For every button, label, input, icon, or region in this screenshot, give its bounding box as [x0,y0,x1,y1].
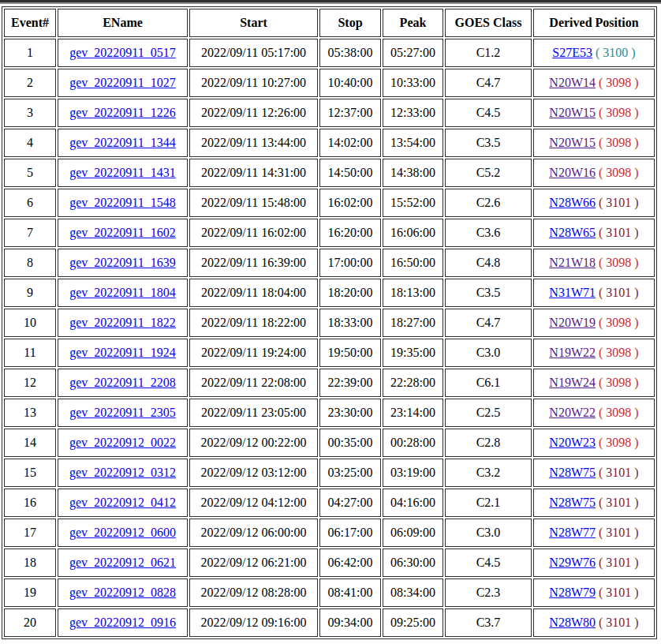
ename-link[interactable]: gev_20220911_1822 [69,316,176,329]
ename-link[interactable]: gev_20220911_2305 [69,406,176,419]
start-time-cell: 2022/09/11 18:22:00 [189,309,318,337]
ename-cell: gev_20220911_1602 [58,219,188,247]
ename-link[interactable]: gev_20220911_1027 [69,76,176,89]
start-time-cell: 2022/09/12 09:16:00 [189,608,318,637]
derived-position-link[interactable]: S27E53 [552,46,592,59]
derived-position-cell: N20W23 ( 3098 ) [533,429,655,457]
ename-link[interactable]: gev_20220911_1431 [69,166,176,179]
ename-link[interactable]: gev_20220911_1344 [69,136,176,149]
event-number-cell: 11 [4,339,56,367]
derived-position-link[interactable]: N20W23 [549,436,596,449]
ename-link[interactable]: gev_20220911_2208 [69,376,176,389]
peak-time-cell: 23:14:00 [383,399,443,427]
stop-time-cell: 10:40:00 [319,69,381,97]
ename-link[interactable]: gev_20220911_1602 [69,226,176,239]
ename-link[interactable]: gev_20220912_0412 [69,496,176,509]
derived-position-cell: N20W15 ( 3098 ) [533,99,655,127]
column-header-event-: Event# [4,9,56,37]
start-time-cell: 2022/09/12 08:28:00 [189,578,318,607]
derived-position-link[interactable]: N20W19 [549,316,596,329]
derived-position-cell: N28W80 ( 3101 ) [533,608,655,637]
ename-link[interactable]: gev_20220911_0517 [69,46,176,59]
derived-position-link[interactable]: N28W80 [549,616,596,629]
ename-cell: gev_20220911_1924 [58,339,188,367]
event-number-cell: 4 [4,129,56,157]
start-time-cell: 2022/09/12 06:00:00 [189,519,318,547]
ename-cell: gev_20220911_1431 [58,159,188,187]
stop-time-cell: 14:02:00 [319,129,381,157]
derived-position-link[interactable]: N29W76 [549,556,596,569]
derived-position-cell: N20W14 ( 3098 ) [533,69,655,97]
ename-cell: gev_20220911_1548 [58,189,188,217]
event-number-cell: 8 [4,249,56,277]
goes-class-cell: C3.5 [445,129,532,157]
derived-position-link[interactable]: N20W15 [549,106,596,119]
ename-link[interactable]: gev_20220912_0621 [69,556,176,569]
derived-position-link[interactable]: N20W15 [549,136,596,149]
event-number-cell: 16 [4,489,56,517]
stop-time-cell: 00:35:00 [319,429,381,457]
stop-time-cell: 16:20:00 [319,219,381,247]
ename-link[interactable]: gev_20220912_0022 [69,436,176,449]
start-time-cell: 2022/09/11 23:05:00 [189,399,318,427]
ename-link[interactable]: gev_20220911_1548 [69,196,176,209]
ename-cell: gev_20220912_0600 [58,519,188,547]
goes-class-cell: C2.3 [445,578,532,607]
ename-link[interactable]: gev_20220911_1226 [69,106,176,119]
table-row: 14gev_20220912_00222022/09/12 00:22:0000… [4,429,655,457]
active-region-number: ( 3098 ) [599,166,639,179]
ename-link[interactable]: gev_20220912_0600 [69,526,176,539]
derived-position-link[interactable]: N28W66 [549,196,596,209]
ename-link[interactable]: gev_20220912_0828 [69,586,176,599]
start-time-cell: 2022/09/11 14:31:00 [189,159,318,187]
ename-link[interactable]: gev_20220911_1924 [69,346,176,359]
event-number-cell: 15 [4,459,56,487]
column-header-derived-position: Derived Position [533,9,655,37]
goes-class-cell: C3.7 [445,608,532,637]
active-region-number: ( 3101 ) [599,526,639,539]
start-time-cell: 2022/09/11 15:48:00 [189,189,318,217]
ename-link[interactable]: gev_20220912_0312 [69,466,176,479]
active-region-number: ( 3101 ) [599,556,639,569]
top-divider-bar [0,0,661,4]
derived-position-link[interactable]: N28W75 [549,466,596,479]
stop-time-cell: 19:50:00 [319,339,381,367]
peak-time-cell: 04:16:00 [383,489,443,517]
derived-position-link[interactable]: N31W71 [549,286,596,299]
start-time-cell: 2022/09/11 22:08:00 [189,369,318,397]
derived-position-link[interactable]: N19W24 [549,376,596,389]
derived-position-cell: N20W19 ( 3098 ) [533,309,655,337]
peak-time-cell: 00:28:00 [383,429,443,457]
derived-position-link[interactable]: N28W79 [549,586,596,599]
ename-cell: gev_20220911_2208 [58,369,188,397]
derived-position-link[interactable]: N28W77 [549,526,596,539]
derived-position-link[interactable]: N20W22 [549,406,596,419]
goes-class-cell: C3.0 [445,339,532,367]
ename-link[interactable]: gev_20220911_1639 [69,256,176,269]
derived-position-cell: S27E53 ( 3100 ) [533,39,655,67]
ename-link[interactable]: gev_20220912_0916 [69,616,176,629]
start-time-cell: 2022/09/11 05:17:00 [189,39,318,67]
derived-position-link[interactable]: N28W75 [549,496,596,509]
table-row: 4gev_20220911_13442022/09/11 13:44:0014:… [4,129,655,157]
active-region-number: ( 3101 ) [599,586,639,599]
column-header-ename: EName [58,9,188,37]
derived-position-link[interactable]: N20W14 [549,76,596,89]
active-region-number: ( 3098 ) [599,346,639,359]
active-region-number: ( 3101 ) [599,196,639,209]
peak-time-cell: 22:28:00 [383,369,443,397]
derived-position-link[interactable]: N28W65 [549,226,596,239]
derived-position-link[interactable]: N19W22 [549,346,596,359]
derived-position-link[interactable]: N21W18 [549,256,596,269]
peak-time-cell: 19:35:00 [383,339,443,367]
event-number-cell: 6 [4,189,56,217]
ename-cell: gev_20220912_0412 [58,489,188,517]
stop-time-cell: 06:42:00 [319,549,381,577]
derived-position-cell: N28W65 ( 3101 ) [533,219,655,247]
derived-position-link[interactable]: N20W16 [549,166,596,179]
ename-cell: gev_20220912_0312 [58,459,188,487]
peak-time-cell: 06:30:00 [383,549,443,577]
stop-time-cell: 09:34:00 [319,608,381,637]
goes-class-cell: C3.6 [445,219,532,247]
ename-link[interactable]: gev_20220911_1804 [69,286,176,299]
